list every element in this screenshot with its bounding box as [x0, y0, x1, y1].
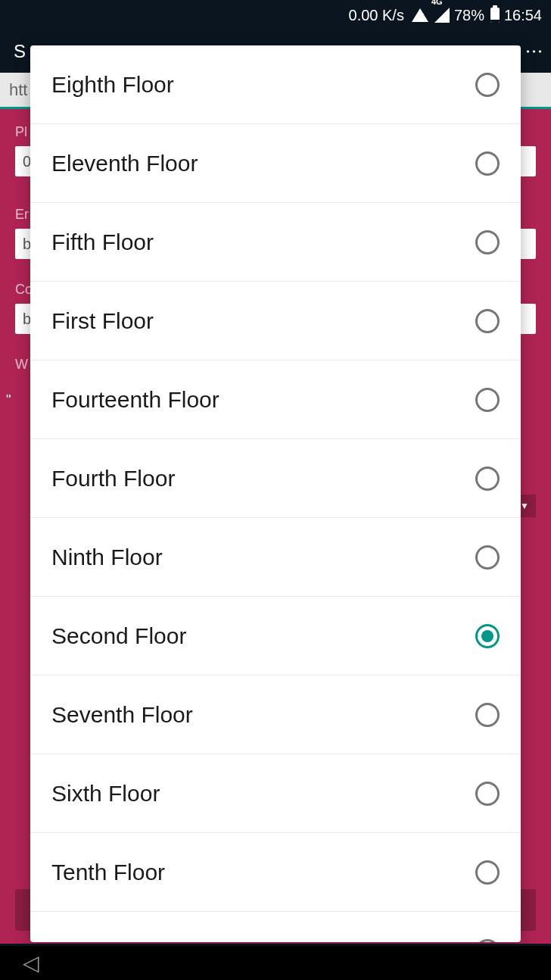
radio-button[interactable] [475, 939, 500, 942]
radio-button[interactable] [475, 309, 500, 333]
floor-option-label: Ninth Floor [51, 545, 163, 570]
floor-option-label: Fourteenth Floor [51, 387, 219, 413]
floor-option-label: Eighth Floor [51, 72, 174, 98]
radio-button[interactable] [475, 151, 500, 176]
floor-option[interactable]: Sixth Floor [30, 754, 521, 833]
clock: 16:54 [504, 7, 542, 24]
floor-option[interactable]: Eleventh Floor [30, 124, 521, 203]
network-speed: 0.00 K/s [349, 7, 404, 24]
floor-option-label: Seventh Floor [51, 702, 193, 728]
floor-option-label: Third Floor [51, 938, 161, 942]
floor-option[interactable]: Second Floor [30, 597, 521, 676]
radio-button[interactable] [475, 860, 500, 885]
network-type: 4G [431, 0, 443, 6]
floor-selection-dialog: Eighth FloorEleventh FloorFifth FloorFir… [30, 45, 521, 942]
floor-option-label: Eleventh Floor [51, 151, 198, 176]
floor-option[interactable]: Ninth Floor [30, 518, 521, 597]
radio-button[interactable] [475, 388, 500, 412]
header-title: S [14, 41, 26, 62]
floor-option[interactable]: Fourth Floor [30, 439, 521, 518]
navigation-bar: ◁ [0, 946, 551, 980]
overflow-menu-icon[interactable]: ⋮ [524, 42, 545, 58]
floor-option[interactable]: Fourteenth Floor [30, 360, 521, 439]
radio-button[interactable] [475, 782, 500, 806]
floor-option-label: Second Floor [51, 623, 186, 649]
radio-button[interactable] [475, 467, 500, 491]
signal-icon: 4G [434, 8, 450, 23]
floor-option[interactable]: Fifth Floor [30, 203, 521, 282]
radio-button[interactable] [475, 703, 500, 727]
status-bar: 0.00 K/s 4G 78% 16:54 [0, 0, 551, 30]
floor-option[interactable]: Tenth Floor [30, 833, 521, 912]
battery-percent: 78% [454, 7, 484, 24]
radio-button[interactable] [475, 624, 500, 648]
floor-option-label: Fifth Floor [51, 229, 154, 255]
floor-option-label: First Floor [51, 308, 154, 334]
floor-option[interactable]: Third Floor [30, 912, 521, 942]
radio-button[interactable] [475, 73, 500, 97]
floor-option-label: Tenth Floor [51, 860, 165, 885]
floor-option[interactable]: Eighth Floor [30, 45, 521, 124]
floor-option[interactable]: First Floor [30, 282, 521, 360]
back-button[interactable]: ◁ [23, 950, 39, 975]
floor-option[interactable]: Seventh Floor [30, 676, 521, 754]
wifi-icon [412, 8, 428, 22]
floor-option-label: Sixth Floor [51, 781, 160, 807]
radio-button[interactable] [475, 230, 500, 254]
radio-button[interactable] [475, 545, 500, 570]
floor-option-label: Fourth Floor [51, 466, 175, 492]
battery-icon [490, 8, 500, 23]
